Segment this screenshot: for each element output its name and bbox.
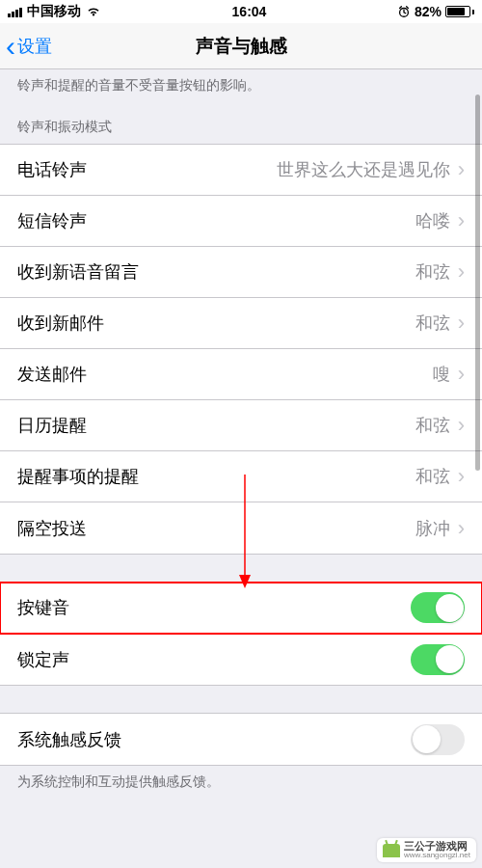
row-label: 发送邮件 — [17, 363, 87, 386]
row-label: 隔空投送 — [17, 517, 87, 540]
chevron-left-icon: ‹ — [6, 32, 15, 61]
chevron-right-icon: › — [458, 311, 465, 336]
row-label: 收到新邮件 — [17, 312, 104, 335]
watermark-url: www.sangongzi.net — [404, 852, 470, 859]
row-label: 日历提醒 — [17, 414, 87, 437]
row-new-mail[interactable]: 收到新邮件 和弦› — [0, 298, 482, 349]
status-bar: 中国移动 16:04 82% — [0, 0, 482, 23]
row-phone-ringtone[interactable]: 电话铃声 世界这么大还是遇见你› — [0, 145, 482, 196]
row-label: 提醒事项的提醒 — [17, 465, 139, 488]
alarm-icon — [397, 5, 411, 18]
row-calendar-alert[interactable]: 日历提醒 和弦› — [0, 400, 482, 451]
row-value: 和弦 — [415, 312, 450, 335]
row-keyboard-clicks[interactable]: 按键音 — [0, 583, 482, 634]
watermark-logo-icon — [383, 844, 400, 857]
row-label: 电话铃声 — [17, 158, 87, 181]
status-time: 16:04 — [232, 4, 267, 19]
row-airdrop[interactable]: 隔空投送 脉冲› — [0, 502, 482, 554]
row-label: 锁定声 — [17, 648, 69, 671]
row-label: 收到新语音留言 — [17, 260, 139, 284]
nav-bar: ‹ 设置 声音与触感 — [0, 23, 482, 69]
page-title: 声音与触感 — [196, 34, 287, 59]
row-value: 世界这么大还是遇见你 — [277, 158, 450, 181]
row-value: 和弦 — [415, 260, 450, 284]
row-system-haptics[interactable]: 系统触感反馈 — [0, 714, 482, 765]
battery-percent: 82% — [415, 4, 442, 19]
row-lock-sound[interactable]: 锁定声 — [0, 634, 482, 685]
toggle-system-haptics[interactable] — [411, 724, 465, 755]
row-value: 哈喽 — [415, 209, 450, 232]
chevron-right-icon: › — [458, 362, 465, 387]
row-label: 系统触感反馈 — [17, 728, 121, 751]
toggle-lock-sound[interactable] — [411, 644, 465, 675]
status-left: 中国移动 — [8, 3, 101, 20]
row-reminder-alert[interactable]: 提醒事项的提醒 和弦› — [0, 451, 482, 502]
volume-footer-note: 铃声和提醒的音量不受音量按钮的影响。 — [0, 69, 482, 101]
row-value: 脉冲 — [415, 517, 450, 540]
ringtone-group: 电话铃声 世界这么大还是遇见你› 短信铃声 哈喽› 收到新语音留言 和弦› 收到… — [0, 144, 482, 555]
row-value: 和弦 — [415, 465, 450, 488]
carrier-label: 中国移动 — [27, 3, 81, 20]
watermark: 三公子游戏网 www.sangongzi.net — [377, 838, 476, 862]
chevron-right-icon: › — [458, 464, 465, 489]
row-value: 嗖 — [433, 363, 450, 386]
haptics-footer-note: 为系统控制和互动提供触感反馈。 — [0, 766, 482, 798]
back-button[interactable]: ‹ 设置 — [6, 32, 52, 61]
battery-icon — [445, 6, 474, 17]
row-label: 短信铃声 — [17, 209, 87, 232]
chevron-right-icon: › — [458, 208, 465, 233]
signal-icon — [8, 7, 22, 17]
back-label: 设置 — [17, 35, 52, 58]
wifi-icon — [86, 6, 101, 17]
scroll-indicator[interactable] — [475, 95, 480, 471]
status-right: 82% — [397, 4, 474, 19]
keyboard-sounds-group: 按键音 锁定声 — [0, 582, 482, 686]
toggle-keyboard-clicks[interactable] — [411, 592, 465, 623]
haptics-group: 系统触感反馈 — [0, 713, 482, 766]
row-label: 按键音 — [17, 596, 69, 619]
row-text-tone[interactable]: 短信铃声 哈喽› — [0, 196, 482, 247]
section-header-ringtone: 铃声和振动模式 — [0, 101, 482, 144]
chevron-right-icon: › — [458, 413, 465, 438]
row-sent-mail[interactable]: 发送邮件 嗖› — [0, 349, 482, 400]
chevron-right-icon: › — [458, 259, 465, 285]
chevron-right-icon: › — [458, 516, 465, 541]
row-voicemail[interactable]: 收到新语音留言 和弦› — [0, 247, 482, 298]
chevron-right-icon: › — [458, 157, 465, 182]
row-value: 和弦 — [415, 414, 450, 437]
